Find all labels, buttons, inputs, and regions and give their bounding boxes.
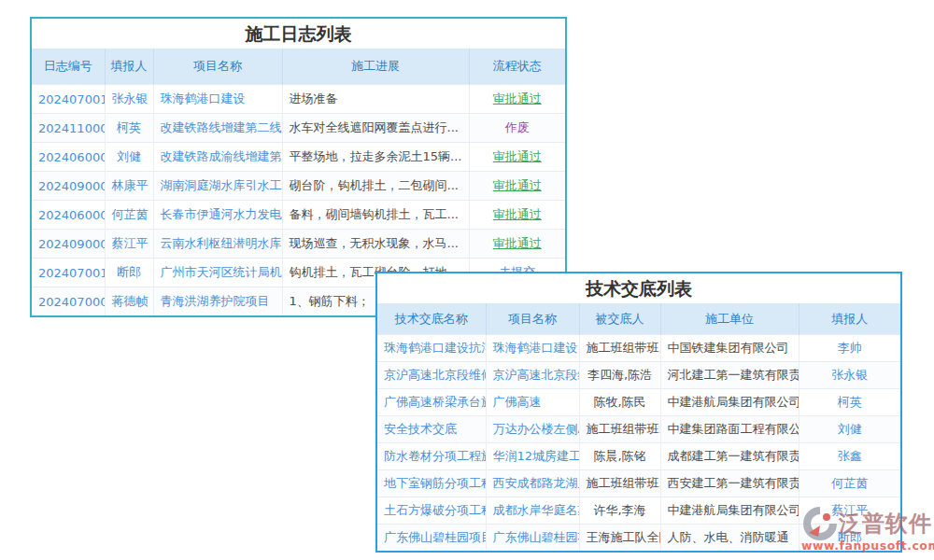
log-id-cell[interactable]: 2024110002 [32, 114, 105, 143]
disclosure-header-row: 技术交底名称 项目名称 被交底人 施工单位 填报人 [377, 303, 900, 335]
disclosure-name-cell[interactable]: 珠海鹤港口建设抗浮... [377, 335, 486, 362]
construction-unit-cell: 中建集团路面工程有限公司 [660, 416, 799, 443]
table-row: 地下室钢筋分项工程...西安成都路龙湖上...施工班组带班...西安建工第一建筑… [377, 470, 900, 497]
receiver-cell: 施工班组带班... [579, 416, 660, 443]
construction-unit-cell: 成都建工第一建筑有限责任公司 [660, 443, 799, 470]
reporter-cell[interactable]: 断郎 [105, 259, 153, 287]
progress-cell: 进场准备 [282, 85, 469, 114]
receiver-cell: 陈晨,陈铭 [579, 443, 660, 470]
progress-cell: 砌台阶，钩机排土，二包砌间... [282, 172, 469, 201]
construction-unit-cell: 中建港航局集团有限公司 [660, 497, 799, 525]
project-name-cell[interactable]: 华润12城房建工... [486, 443, 579, 470]
project-name-cell[interactable]: 成都水岸华庭名苑... [486, 497, 579, 525]
reporter-cell[interactable]: 张永银 [105, 85, 153, 114]
reporter-cell[interactable]: 刘健 [799, 416, 900, 443]
reporter-cell[interactable]: 张永银 [799, 362, 900, 389]
col-header-reporter: 填报人 [799, 303, 900, 335]
table-row: 2024110002柯英改建铁路线增建第二线直...水车对全线遮阳网覆盖点进行.… [32, 114, 565, 143]
reporter-cell[interactable]: 蒋德帧 [105, 287, 153, 316]
col-header-disclosure-name: 技术交底名称 [377, 303, 486, 335]
project-name-cell[interactable]: 云南水利枢纽潜明水库一... [153, 230, 282, 259]
col-header-status: 流程状态 [469, 49, 565, 85]
disclosure-name-cell[interactable]: 广佛高速桥梁承台施... [377, 389, 486, 416]
log-id-cell[interactable]: 2024070011 [32, 85, 105, 114]
col-header-project: 项目名称 [486, 303, 579, 335]
status-cell[interactable]: 审批通过 [469, 201, 565, 230]
table-row: 2024090009林康平湖南洞庭湖水库引水工程...砌台阶，钩机排土，二包砌间… [32, 172, 565, 201]
progress-cell: 备料，砌间墙钩机排土，瓦工... [282, 201, 469, 230]
receiver-cell: 施工班组带班... [579, 470, 660, 497]
reporter-cell[interactable]: 蔡江平 [105, 230, 153, 259]
table-row: 防水卷材分项工程施...华润12城房建工...陈晨,陈铭成都建工第一建筑有限责任… [377, 443, 900, 470]
progress-cell: 现场巡查，无积水现象，水马... [282, 230, 469, 259]
col-header-log-id: 日志编号 [32, 49, 105, 85]
project-name-cell[interactable]: 广佛高速 [486, 389, 579, 416]
reporter-cell[interactable]: 林康平 [105, 172, 153, 201]
project-name-cell[interactable]: 长春市伊通河水力发电厂... [153, 201, 282, 230]
reporter-cell[interactable]: 柯英 [799, 389, 900, 416]
disclosure-name-cell[interactable]: 地下室钢筋分项工程... [377, 470, 486, 497]
table-row: 2024070011张永银珠海鹤港口建设进场准备审批通过 [32, 85, 565, 114]
technical-disclosure-title: 技术交底列表 [377, 273, 900, 303]
reporter-cell[interactable]: 李帅 [799, 335, 900, 362]
disclosure-name-cell[interactable]: 京沪高速北京段维修... [377, 362, 486, 389]
col-header-receiver: 被交底人 [579, 303, 660, 335]
receiver-cell: 李四海,陈浩 [579, 362, 660, 389]
reporter-cell[interactable]: 柯英 [105, 114, 153, 143]
progress-cell: 水车对全线遮阳网覆盖点进行... [282, 114, 469, 143]
construction-unit-cell: 中建港航局集团有限公司 [660, 389, 799, 416]
reporter-cell[interactable]: 蔡江平 [799, 497, 900, 525]
construction-log-title: 施工日志列表 [32, 19, 565, 49]
construction-unit-cell: 河北建工第一建筑有限责任公司 [660, 362, 799, 389]
project-name-cell[interactable]: 万达办公楼左侧A... [486, 416, 579, 443]
construction-unit-cell: 西安建工第一建筑有限责任公司 [660, 470, 799, 497]
log-id-cell[interactable]: 2024090009 [32, 230, 105, 259]
project-name-cell[interactable]: 广州市天河区统计局机房... [153, 259, 282, 287]
status-cell[interactable]: 审批通过 [469, 172, 565, 201]
reporter-cell[interactable]: 刘健 [105, 143, 153, 172]
table-row: 土石方爆破分项工程...成都水岸华庭名苑...许华,李海中建港航局集团有限公司蔡… [377, 497, 900, 525]
project-name-cell[interactable]: 西安成都路龙湖上... [486, 470, 579, 497]
project-name-cell[interactable]: 广东佛山碧桂园项目 [486, 525, 579, 552]
project-name-cell[interactable]: 青海洪湖养护院项目 [153, 287, 282, 316]
table-row: 2024090009蔡江平云南水利枢纽潜明水库一...现场巡查，无积水现象，水马… [32, 230, 565, 259]
construction-log-header-row: 日志编号 填报人 项目名称 施工进展 流程状态 [32, 49, 565, 85]
disclosure-name-cell[interactable]: 安全技术交底 [377, 416, 486, 443]
table-row: 广佛高速桥梁承台施...广佛高速陈牧,陈民中建港航局集团有限公司柯英 [377, 389, 900, 416]
project-name-cell[interactable]: 京沪高速北京段维修 [486, 362, 579, 389]
receiver-cell: 王海施工队全队 [579, 525, 660, 552]
log-id-cell[interactable]: 2024070009 [32, 287, 105, 316]
disclosure-name-cell[interactable]: 广东佛山碧桂园项目... [377, 525, 486, 552]
reporter-cell[interactable]: 断郎 [799, 525, 900, 552]
table-row: 安全技术交底万达办公楼左侧A...施工班组带班...中建集团路面工程有限公司刘健 [377, 416, 900, 443]
log-id-cell[interactable]: 2024060005 [32, 201, 105, 230]
table-row: 京沪高速北京段维修...京沪高速北京段维修李四海,陈浩河北建工第一建筑有限责任公… [377, 362, 900, 389]
log-id-cell[interactable]: 2024090009 [32, 172, 105, 201]
status-cell[interactable]: 审批通过 [469, 143, 565, 172]
table-row: 2024060005何芷茵长春市伊通河水力发电厂...备料，砌间墙钩机排土，瓦工… [32, 201, 565, 230]
disclosure-name-cell[interactable]: 防水卷材分项工程施... [377, 443, 486, 470]
status-cell[interactable]: 作废 [469, 114, 565, 143]
log-id-cell[interactable]: 2024070011 [32, 259, 105, 287]
reporter-cell[interactable]: 何芷茵 [105, 201, 153, 230]
project-name-cell[interactable]: 改建铁路成渝线增建第二... [153, 143, 282, 172]
disclosure-name-cell[interactable]: 土石方爆破分项工程... [377, 497, 486, 525]
project-name-cell[interactable]: 珠海鹤港口建设 [153, 85, 282, 114]
project-name-cell[interactable]: 湖南洞庭湖水库引水工程... [153, 172, 282, 201]
status-cell[interactable]: 审批通过 [469, 230, 565, 259]
technical-disclosure-window: 技术交底列表 技术交底名称 项目名称 被交底人 施工单位 填报人 珠海鹤港口建设… [375, 272, 902, 553]
reporter-cell[interactable]: 张鑫 [799, 443, 900, 470]
table-row: 广东佛山碧桂园项目...广东佛山碧桂园项目王海施工队全队人防、水电、消防暖通断郎 [377, 525, 900, 552]
reporter-cell[interactable]: 何芷茵 [799, 470, 900, 497]
receiver-cell: 施工班组带班... [579, 335, 660, 362]
log-id-cell[interactable]: 2024060006 [32, 143, 105, 172]
col-header-progress: 施工进展 [282, 49, 469, 85]
project-name-cell[interactable]: 改建铁路线增建第二线直... [153, 114, 282, 143]
project-name-cell[interactable]: 珠海鹤港口建设 [486, 335, 579, 362]
receiver-cell: 陈牧,陈民 [579, 389, 660, 416]
status-cell[interactable]: 审批通过 [469, 85, 565, 114]
table-row: 2024060006刘健改建铁路成渝线增建第二...平整场地，拉走多余泥土15辆… [32, 143, 565, 172]
col-header-construction-unit: 施工单位 [660, 303, 799, 335]
col-header-reporter: 填报人 [105, 49, 153, 85]
progress-cell: 平整场地，拉走多余泥土15辆... [282, 143, 469, 172]
